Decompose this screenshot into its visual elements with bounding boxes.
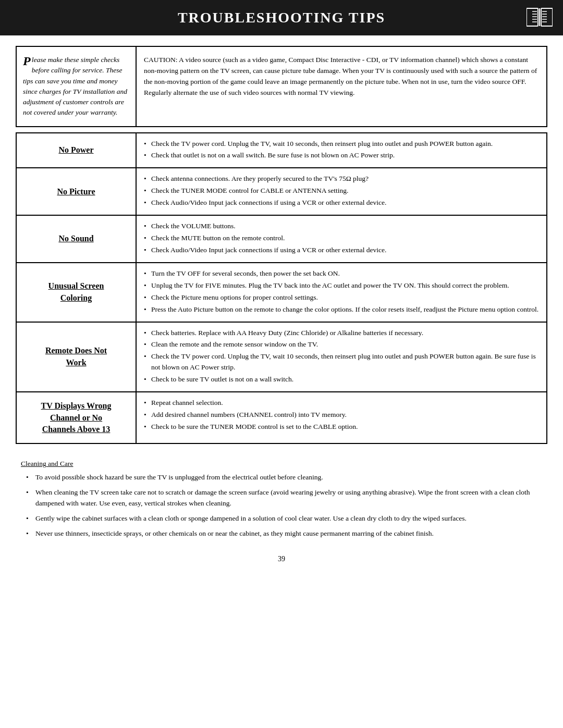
remote-label: Remote Does NotWork — [17, 323, 137, 392]
troubleshooting-table: No Power Check the TV power cord. Unplug… — [16, 132, 547, 445]
list-item: Check to be sure TV outlet is not on a w… — [144, 374, 539, 385]
svg-rect-1 — [541, 8, 553, 26]
list-item: Check Audio/Video Input jack connections… — [144, 245, 539, 256]
caution-text: CAUTION: A video source (such as a video… — [137, 47, 546, 126]
list-item: Check the VOLUME buttons. — [144, 221, 539, 232]
tv-displays-content: Repeat channel selection. Add desired ch… — [137, 392, 546, 443]
cleaning-title: Cleaning and Care — [21, 460, 542, 468]
tv-displays-label-text: TV Displays WrongChannel or NoChannels A… — [41, 400, 112, 435]
list-item: Turn the TV OFF for several seconds, the… — [144, 268, 539, 279]
table-row: No Power Check the TV power cord. Unplug… — [17, 132, 546, 168]
no-power-content: Check the TV power cord. Unplug the TV, … — [137, 133, 546, 168]
unusual-screen-label-text: Unusual ScreenColoring — [48, 280, 104, 304]
no-power-list: Check the TV power cord. Unplug the TV, … — [144, 139, 539, 162]
cleaning-list: To avoid possible shock hazard be sure t… — [21, 472, 542, 539]
svg-rect-0 — [527, 8, 538, 26]
list-item: Clean the remote and the remote sensor w… — [144, 339, 539, 350]
tv-displays-list: Repeat channel selection. Add desired ch… — [144, 398, 539, 433]
unusual-screen-label: Unusual ScreenColoring — [17, 263, 137, 322]
no-sound-label: No Sound — [17, 216, 137, 262]
p-letter: P — [23, 55, 31, 67]
unusual-screen-content: Turn the TV OFF for several seconds, the… — [137, 263, 546, 322]
list-item: Unplug the TV for FIVE minutes. Plug the… — [144, 280, 539, 291]
list-item: Check Audio/Video Input jack connections… — [144, 198, 539, 208]
remote-content: Check batteries. Replace with AA Heavy D… — [137, 323, 546, 392]
no-picture-label: No Picture — [17, 168, 137, 215]
main-content: Please make these simple checks before c… — [0, 35, 563, 574]
table-row: TV Displays WrongChannel or NoChannels A… — [17, 391, 546, 443]
unusual-screen-list: Turn the TV OFF for several seconds, the… — [144, 268, 539, 315]
table-row: Remote Does NotWork Check batteries. Rep… — [17, 322, 546, 392]
top-section: Please make these simple checks before c… — [16, 46, 547, 127]
list-item: Check the TUNER MODE control for CABLE o… — [144, 186, 539, 196]
no-sound-list: Check the VOLUME buttons. Check the MUTE… — [144, 221, 539, 256]
list-item: Check batteries. Replace with AA Heavy D… — [144, 328, 539, 339]
table-row: No Picture Check antenna connections. Ar… — [17, 167, 546, 215]
list-item: Check antenna connections. Are they prop… — [144, 174, 539, 184]
page-number: 39 — [16, 555, 547, 563]
list-item: Press the Auto Picture button on the rem… — [144, 304, 539, 315]
table-row: No Sound Check the VOLUME buttons. Check… — [17, 215, 546, 262]
no-picture-list: Check antenna connections. Are they prop… — [144, 174, 539, 208]
cleaning-section: Cleaning and Care To avoid possible shoc… — [16, 460, 547, 539]
table-row: Unusual ScreenColoring Turn the TV OFF f… — [17, 262, 546, 322]
italic-note-text: lease make these simple checks before ca… — [23, 56, 127, 116]
no-sound-content: Check the VOLUME buttons. Check the MUTE… — [137, 216, 546, 262]
no-sound-label-text: No Sound — [58, 233, 93, 244]
page-header: Troubleshooting Tips — [0, 0, 563, 35]
page-title: Troubleshooting Tips — [178, 9, 385, 26]
list-item: Check the TV power cord. Unplug the TV, … — [144, 139, 539, 150]
no-picture-content: Check antenna connections. Are they prop… — [137, 168, 546, 215]
list-item: To avoid possible shock hazard be sure t… — [26, 472, 542, 483]
remote-label-text: Remote Does NotWork — [45, 345, 107, 368]
no-picture-label-text: No Picture — [57, 186, 95, 198]
tv-displays-label: TV Displays WrongChannel or NoChannels A… — [17, 392, 137, 443]
list-item: Repeat channel selection. — [144, 398, 539, 409]
remote-list: Check batteries. Replace with AA Heavy D… — [144, 328, 539, 386]
no-power-label-text: No Power — [58, 144, 93, 156]
no-power-label: No Power — [17, 133, 137, 168]
list-item: Add desired channel numbers (CHANNEL con… — [144, 410, 539, 421]
list-item: Check the MUTE button on the remote cont… — [144, 233, 539, 244]
list-item: Check the TV power cord. Unplug the TV, … — [144, 351, 539, 373]
italic-note: Please make these simple checks before c… — [17, 47, 137, 126]
list-item: When cleaning the TV screen take care no… — [26, 487, 542, 509]
list-item: Never use thinners, insecticide sprays, … — [26, 528, 542, 539]
list-item: Check to be sure the TUNER MODE control … — [144, 422, 539, 433]
list-item: Check the Picture menu options for prope… — [144, 292, 539, 303]
list-item: Gently wipe the cabinet surfaces with a … — [26, 513, 542, 524]
book-icon — [527, 7, 553, 28]
list-item: Check that outlet is not on a wall switc… — [144, 150, 539, 161]
